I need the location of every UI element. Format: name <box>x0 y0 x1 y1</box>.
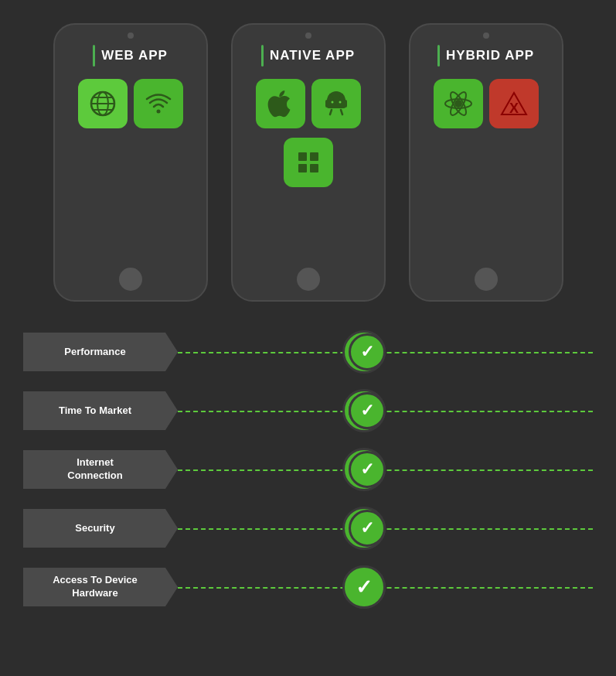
react-icon <box>434 79 483 128</box>
performance-dots: ✓ ✓ ✓ <box>178 325 593 379</box>
wifi-icon <box>134 79 183 128</box>
svg-text:X: X <box>509 101 519 116</box>
windows-icon <box>284 138 333 187</box>
access-hardware-dots: ✓ ✓ ✓ <box>178 560 593 614</box>
native-app-label: NATIVE APP <box>270 48 355 63</box>
apple-icon <box>256 79 305 128</box>
web-app-icons <box>78 79 183 128</box>
performance-label: Performance <box>23 333 178 371</box>
native-label-bar <box>261 45 264 67</box>
svg-rect-7 <box>325 100 328 108</box>
access-hardware-label: Access To Device Hardware <box>23 568 178 606</box>
time-to-market-label: Time To Market <box>23 391 178 430</box>
internet-connection-row: Internet Connection ✓ ✓ ✓ <box>23 442 593 497</box>
svg-point-6 <box>156 110 160 114</box>
hybrid-app-icons: X <box>434 79 539 128</box>
time-to-market-checks: ✓ ✓ ✓ <box>178 384 593 438</box>
web-app-label: WEB APP <box>101 48 168 63</box>
performance-check-hybrid: ✓ <box>349 333 386 370</box>
web-label-bar <box>93 45 95 67</box>
security-check-hybrid: ✓ <box>349 510 386 547</box>
comparison-section: Performance ✓ ✓ ✓ Time To Market ✓ ✓ ✓ <box>0 317 616 622</box>
hybrid-app-phone: HYBRID APP X <box>409 23 563 302</box>
svg-point-10 <box>339 101 341 104</box>
performance-checks: ✓ ✓ ✓ <box>178 325 593 379</box>
phones-section: WEB APP <box>0 0 616 317</box>
internet-connection-checks: ✓ ✓ ✓ <box>178 442 593 497</box>
hardware-check-hybrid: ✓ <box>342 565 386 609</box>
time-to-market-row: Time To Market ✓ ✓ ✓ <box>23 384 593 438</box>
svg-rect-11 <box>298 152 307 161</box>
svg-point-9 <box>331 101 333 104</box>
performance-row: Performance ✓ ✓ ✓ <box>23 325 593 379</box>
security-checks: ✓ ✓ ✓ <box>178 501 593 555</box>
svg-rect-14 <box>310 164 318 172</box>
native-app-phone: NATIVE APP <box>231 23 386 302</box>
web-app-phone: WEB APP <box>53 23 208 302</box>
native-app-icons <box>245 79 372 187</box>
access-hardware-checks: ✓ ✓ ✓ <box>178 560 593 614</box>
hybrid-app-label: HYBRID APP <box>446 48 534 63</box>
internet-connection-label: Internet Connection <box>23 450 178 489</box>
internet-connection-dots: ✓ ✓ ✓ <box>178 442 593 497</box>
security-dots: ✓ ✓ ✓ <box>178 501 593 555</box>
android-icon <box>311 79 361 128</box>
svg-rect-12 <box>310 152 318 161</box>
internet-check-hybrid: ✓ <box>349 451 386 488</box>
time-check-hybrid: ✓ <box>349 392 386 429</box>
svg-rect-8 <box>344 100 347 108</box>
svg-point-15 <box>454 100 462 108</box>
xamarin-icon: X <box>489 79 539 128</box>
security-label: Security <box>23 509 178 548</box>
hybrid-label-bar <box>437 45 440 67</box>
globe-icon <box>78 79 128 128</box>
access-hardware-row: Access To Device Hardware ✓ ✓ ✓ <box>23 560 593 614</box>
time-to-market-dots: ✓ ✓ ✓ <box>178 384 593 438</box>
svg-rect-13 <box>298 164 307 172</box>
security-row: Security ✓ ✓ ✓ <box>23 501 593 555</box>
